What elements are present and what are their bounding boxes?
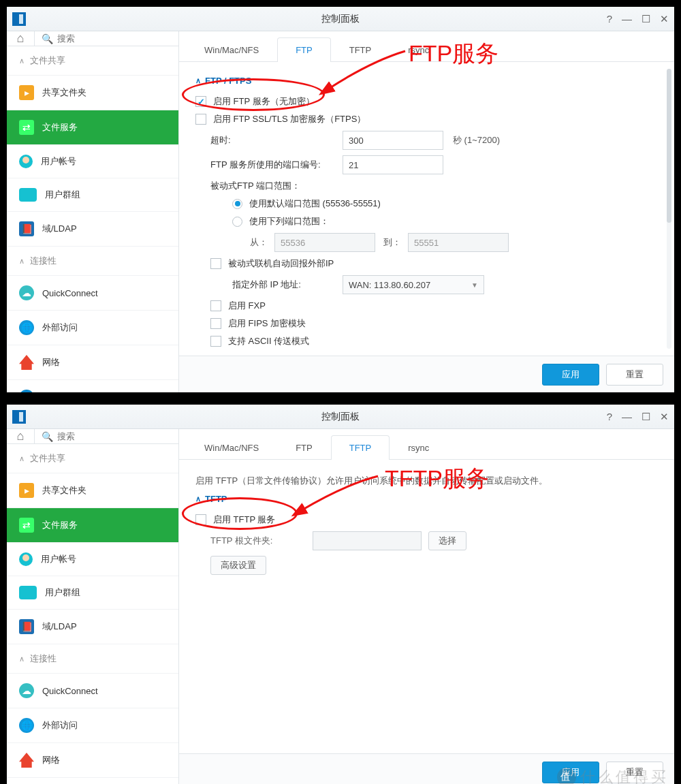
annotation-text-tftp: TFTP服务 [385, 463, 489, 495]
globe-icon: 🌐 [19, 320, 34, 335]
help-icon[interactable]: ? [607, 411, 612, 423]
input-timeout[interactable] [343, 131, 443, 150]
apply-button[interactable]: 应用 [542, 364, 599, 386]
section-tftp[interactable]: ∧TFTP [195, 494, 658, 504]
search-input[interactable] [57, 431, 172, 441]
sidebar-item-shared-folder[interactable]: ▸共享文件夹 [7, 473, 178, 508]
ldap-icon: 📕 [19, 221, 34, 236]
label-passive-ext-ip: 被动式联机自动回报外部IP [228, 257, 334, 270]
checkbox-fxp[interactable] [210, 300, 221, 311]
sidebar-item-ldap[interactable]: 📕域/LDAP [7, 212, 178, 247]
sidebar-item-external[interactable]: 🌐外部访问 [7, 311, 178, 345]
sidebar-item-shared-folder[interactable]: ▸共享文件夹 [7, 76, 178, 110]
label-to: 到： [382, 236, 401, 249]
tab-winmac[interactable]: Win/Mac/NFS [186, 435, 277, 460]
window-title: 控制面板 [321, 13, 360, 25]
folder-icon: ▸ [19, 483, 34, 498]
network-icon [19, 753, 34, 768]
input-tftp-root[interactable] [313, 531, 422, 550]
home-button[interactable]: ⌂ [7, 429, 35, 443]
label-enable-ftp: 启用 FTP 服务（无加密） [213, 95, 315, 108]
group-icon [19, 586, 37, 599]
sidebar-item-group[interactable]: 用户群组 [7, 576, 178, 610]
label-timeout: 超时: [210, 134, 336, 146]
label-enable-tftp: 启用 TFTP 服务 [213, 514, 275, 526]
file-service-icon: ⇄ [19, 518, 34, 533]
tab-tftp[interactable]: TFTP [331, 37, 390, 62]
network-icon [19, 355, 34, 370]
home-button[interactable]: ⌂ [7, 31, 35, 46]
section-connectivity[interactable]: ∧连接性 [7, 247, 178, 276]
input-port-to[interactable] [408, 233, 509, 252]
sidebar-item-dhcp[interactable]: 👤DHCP Server [7, 778, 178, 784]
sidebar-item-dhcp[interactable]: 👤DHCP Server [7, 380, 178, 392]
tab-winmac[interactable]: Win/Mac/NFS [186, 37, 277, 62]
sidebar-item-user[interactable]: 用户帐号 [7, 145, 178, 178]
sidebar: ⌂ 🔍 ∧文件共享 ▸共享文件夹 ⇄文件服务 用户帐号 用户群组 📕域/LDAP… [7, 429, 179, 784]
folder-icon: ▸ [19, 85, 34, 100]
section-connectivity[interactable]: ∧连接性 [7, 644, 178, 674]
label-default-range: 使用默认端口范围 (55536-55551) [249, 198, 381, 210]
advanced-button[interactable]: 高级设置 [210, 556, 266, 575]
sidebar-item-ldap[interactable]: 📕域/LDAP [7, 610, 178, 644]
maximize-icon[interactable]: ☐ [642, 411, 650, 423]
maximize-icon[interactable]: ☐ [642, 13, 650, 25]
label-enable-ftps: 启用 FTP SSL/TLS 加密服务（FTPS） [213, 113, 366, 125]
sidebar-item-quickconnect[interactable]: ☁QuickConnect [7, 674, 178, 708]
help-icon[interactable]: ? [607, 13, 612, 25]
sidebar-item-network[interactable]: 网络 [7, 743, 178, 778]
scrollbar[interactable] [667, 69, 671, 349]
label-fips: 启用 FIPS 加密模块 [228, 317, 306, 330]
tab-tftp[interactable]: TFTP [331, 435, 390, 460]
sidebar-item-group[interactable]: 用户群组 [7, 178, 178, 212]
checkbox-enable-tftp[interactable] [195, 514, 206, 525]
sidebar-item-file-services[interactable]: ⇄文件服务 [7, 110, 178, 145]
window-title: 控制面板 [321, 411, 360, 423]
input-port-from[interactable] [274, 233, 375, 252]
search-input[interactable] [57, 33, 172, 44]
user-icon [19, 552, 33, 566]
titlebar: 控制面板 ? — ☐ ✕ [7, 7, 674, 31]
app-icon [12, 410, 26, 424]
input-port[interactable] [343, 155, 443, 174]
close-icon[interactable]: ✕ [660, 13, 669, 25]
tab-ftp[interactable]: FTP [277, 435, 331, 460]
label-fxp: 启用 FXP [228, 300, 266, 312]
quickconnect-icon: ☁ [19, 683, 34, 698]
section-file-sharing[interactable]: ∧文件共享 [7, 444, 178, 473]
checkbox-fips[interactable] [210, 318, 221, 329]
sidebar-item-quickconnect[interactable]: ☁QuickConnect [7, 276, 178, 311]
chevron-down-icon: ▼ [471, 281, 478, 289]
radio-custom-range[interactable] [232, 217, 242, 227]
minimize-icon[interactable]: — [622, 411, 632, 423]
label-port: FTP 服务所使用的端口编号: [210, 159, 336, 171]
section-file-sharing[interactable]: ∧文件共享 [7, 46, 178, 76]
tab-ftp[interactable]: FTP [277, 37, 331, 62]
checkbox-enable-ftp[interactable] [195, 96, 206, 107]
dropdown-ext-ip[interactable]: WAN: 113.80.60.207▼ [343, 275, 484, 294]
reset-button[interactable]: 重置 [606, 364, 663, 386]
label-tftp-root: TFTP 根文件夹: [210, 535, 306, 547]
quickconnect-icon: ☁ [19, 285, 34, 300]
watermark-text: 什么值得买 [580, 767, 669, 784]
scrollbar-thumb[interactable] [667, 69, 671, 223]
sidebar-item-user[interactable]: 用户帐号 [7, 543, 178, 576]
label-ext-ip: 指定外部 IP 地址: [232, 279, 336, 291]
sidebar-item-external[interactable]: 🌐外部访问 [7, 708, 178, 743]
checkbox-ascii[interactable] [210, 336, 221, 347]
tab-rsync[interactable]: rsync [390, 435, 447, 460]
checkbox-passive-ext-ip[interactable] [210, 258, 221, 269]
sidebar-item-file-services[interactable]: ⇄文件服务 [7, 508, 178, 543]
sidebar-item-network[interactable]: 网络 [7, 345, 178, 380]
checkbox-enable-ftps[interactable] [195, 114, 206, 125]
minimize-icon[interactable]: — [622, 13, 632, 25]
radio-default-range[interactable] [232, 199, 242, 209]
select-button[interactable]: 选择 [428, 531, 466, 550]
close-icon[interactable]: ✕ [660, 411, 669, 423]
panel-ftp: 控制面板 ? — ☐ ✕ ⌂ 🔍 ∧文件共享 ▸共享文件夹 ⇄文件服务 用户帐号… [3, 3, 678, 396]
file-service-icon: ⇄ [19, 120, 34, 135]
label-timeout-suffix: 秒 (1~7200) [453, 134, 500, 146]
section-ftp-ftps[interactable]: ∧FTP / FTPS [195, 76, 658, 86]
globe-icon: 🌐 [19, 718, 34, 733]
watermark-badge: 值 [557, 768, 576, 784]
